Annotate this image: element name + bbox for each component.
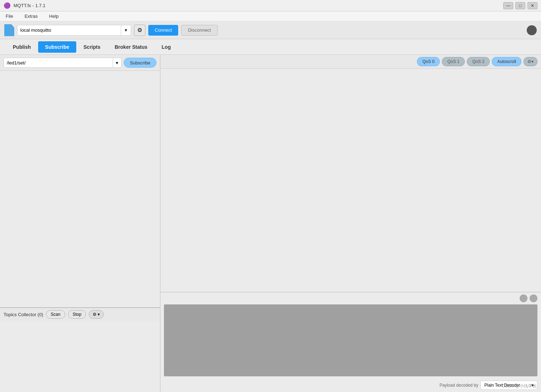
detail-indicator-2 [530,294,537,302]
settings-gear-button[interactable]: ⚙ [134,25,145,36]
watermark: CSDN @小仇学长 [502,383,537,389]
connection-status-indicator [527,25,537,35]
detail-indicator [520,294,527,302]
message-detail: Payload decoded by Plain Text Decoder ▾ [160,292,541,392]
tab-scripts[interactable]: Scripts [76,41,107,53]
topic-input-container[interactable]: ▾ [4,58,122,68]
right-panel: QoS 0 QoS 1 QoS 2 Autoscroll ⚙▾ Payload … [160,55,541,392]
menu-extras[interactable]: Extras [22,13,40,20]
left-panel: ▾ Subscribe Topics Collector (0) Scan St… [0,55,160,392]
topic-dropdown-button[interactable]: ▾ [113,58,121,67]
subscriptions-area [0,71,160,307]
topic-input[interactable] [4,60,113,66]
subscribe-bar: ▾ Subscribe [0,55,160,71]
qos0-button[interactable]: QoS 0 [417,57,440,66]
clear-icon: ⚙▾ [527,59,534,64]
tab-subscribe[interactable]: Subscribe [38,41,77,53]
close-button[interactable]: ✕ [527,2,537,9]
topics-collector-title: Topics Collector (0) [4,312,43,317]
connection-dropdown-arrow[interactable]: ▾ [121,25,131,35]
qos2-button[interactable]: QoS 2 [467,57,490,66]
app-title: MQTT.fx - 1.7.1 [14,3,46,8]
tab-broker-status[interactable]: Broker Status [108,41,155,53]
qos1-button[interactable]: QoS 1 [442,57,465,66]
topics-list-area [0,321,160,392]
window-controls: — □ ✕ [503,2,537,9]
clear-button[interactable]: ⚙▾ [524,57,537,66]
main-content: ▾ Subscribe Topics Collector (0) Scan St… [0,55,541,392]
disconnect-button[interactable]: Disconnect [181,25,217,36]
stop-button[interactable]: Stop [68,310,86,319]
topics-gear-icon: ⚙ [93,312,97,317]
detail-toolbar [160,292,541,304]
topics-collector: Topics Collector (0) Scan Stop ⚙ ▾ [0,308,160,321]
topics-settings-button[interactable]: ⚙ ▾ [89,310,104,319]
detail-content [164,304,537,376]
qos-bar: QoS 0 QoS 1 QoS 2 Autoscroll ⚙▾ [160,55,541,69]
file-icon [4,24,14,36]
connection-input[interactable] [17,27,121,33]
connection-dropdown[interactable]: ▾ [17,25,131,36]
app-icon: 🟣 [4,2,11,9]
title-bar-left: 🟣 MQTT.fx - 1.7.1 [4,2,46,9]
menu-help[interactable]: Help [47,13,61,20]
minimize-button[interactable]: — [503,2,513,9]
messages-area [160,69,541,292]
tabs-bar: Publish Subscribe Scripts Broker Status … [0,39,541,55]
payload-bar: Payload decoded by Plain Text Decoder ▾ [160,378,541,392]
maximize-button[interactable]: □ [515,2,525,9]
topics-settings-arrow: ▾ [98,312,100,317]
title-bar: 🟣 MQTT.fx - 1.7.1 — □ ✕ [0,0,541,11]
autoscroll-button[interactable]: Autoscroll [492,57,521,66]
tab-publish[interactable]: Publish [6,41,38,53]
connect-button[interactable]: Connect [148,25,178,36]
scan-button[interactable]: Scan [46,310,65,319]
left-bottom: Topics Collector (0) Scan Stop ⚙ ▾ [0,307,160,392]
menu-bar: File Extras Help [0,11,541,21]
subscribe-button[interactable]: Subscribe [124,58,156,68]
toolbar: ▾ ⚙ Connect Disconnect [0,21,541,39]
menu-file[interactable]: File [4,13,15,20]
tab-log[interactable]: Log [155,41,178,53]
payload-label: Payload decoded by [439,383,478,388]
